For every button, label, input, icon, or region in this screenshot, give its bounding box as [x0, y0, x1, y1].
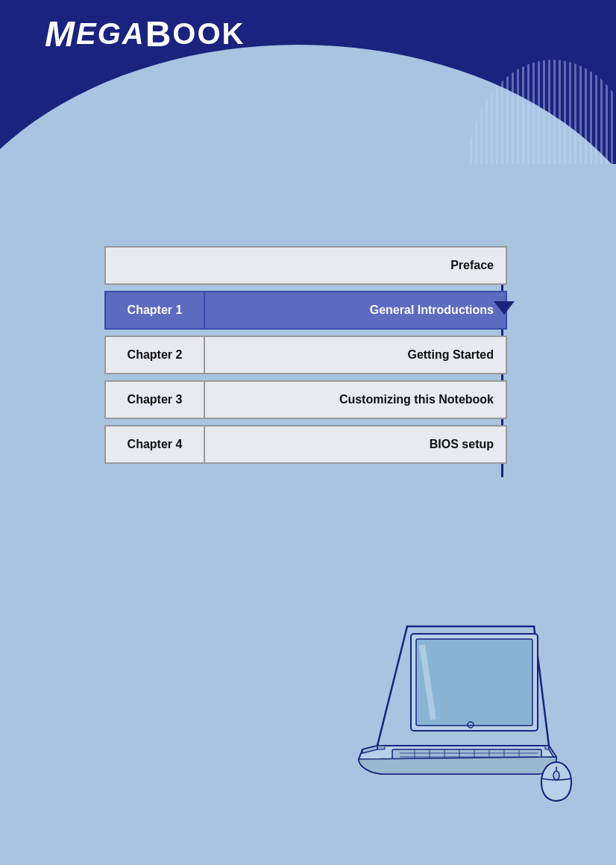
laptop-svg — [318, 597, 586, 820]
chapter-3-row[interactable]: Chapter 3 Customizing this Notebook — [104, 380, 507, 419]
preface-label: Preface — [450, 259, 494, 272]
chapter-4-label-text: Chapter 4 — [128, 438, 183, 451]
preface-title[interactable]: Preface — [104, 246, 507, 285]
chapter-1-title-text: General Introductions — [370, 303, 494, 317]
logo-m: M — [45, 13, 76, 54]
chapter-1-row[interactable]: Chapter 1 General Introductions — [104, 291, 507, 330]
main-content: Preface Chapter 1 General Introductions … — [0, 0, 616, 865]
logo-ega: EGA — [76, 17, 145, 51]
preface-row[interactable]: Preface — [104, 246, 507, 285]
svg-point-19 — [553, 771, 559, 780]
toc-container: Preface Chapter 1 General Introductions … — [104, 246, 507, 470]
chapter-2-title-text: Getting Started — [407, 348, 494, 362]
logo-ook: OOK — [172, 17, 245, 51]
chapter-4-label[interactable]: Chapter 4 — [104, 425, 205, 464]
brand-logo: MEGABOOK — [45, 13, 245, 54]
chapter-2-title[interactable]: Getting Started — [205, 336, 507, 374]
chapter-3-label-text: Chapter 3 — [128, 393, 183, 406]
chapter-3-title-text: Customizing this Notebook — [339, 393, 494, 406]
chapter-2-label[interactable]: Chapter 2 — [104, 336, 205, 374]
chapter-4-row[interactable]: Chapter 4 BIOS setup — [104, 425, 507, 464]
chapter-4-title[interactable]: BIOS setup — [205, 425, 507, 464]
chapter-1-title[interactable]: General Introductions — [205, 291, 507, 330]
chapter-2-label-text: Chapter 2 — [128, 348, 183, 362]
chapter-3-label[interactable]: Chapter 3 — [104, 380, 205, 419]
toc-arrow — [494, 301, 515, 315]
chapter-2-row[interactable]: Chapter 2 Getting Started — [104, 336, 507, 374]
chapter-1-label-text: Chapter 1 — [128, 303, 183, 317]
chapter-3-title[interactable]: Customizing this Notebook — [205, 380, 507, 419]
chapter-1-label[interactable]: Chapter 1 — [104, 291, 205, 330]
logo-b: B — [145, 13, 173, 54]
laptop-illustration — [318, 597, 586, 820]
chapter-4-title-text: BIOS setup — [430, 438, 494, 451]
